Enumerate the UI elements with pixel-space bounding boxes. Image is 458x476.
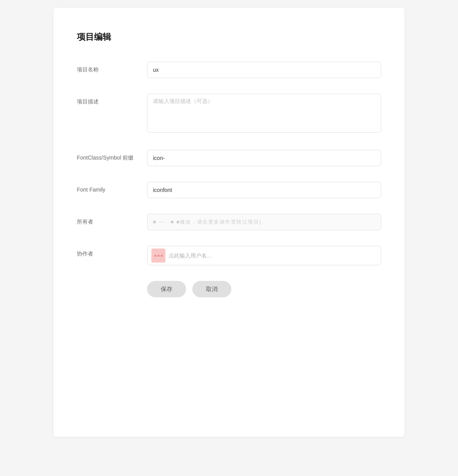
avatar-dot-1 <box>154 255 156 257</box>
input-wrap-project-description <box>147 94 381 134</box>
avatar-inner <box>151 249 165 263</box>
project-description-textarea[interactable] <box>147 94 381 133</box>
label-collaborator: 协作者 <box>77 246 147 258</box>
font-class-prefix-input[interactable] <box>147 150 381 166</box>
avatar-dot-2 <box>158 255 160 257</box>
label-owner: 所有者 <box>77 214 147 226</box>
page-container: 项目编辑 项目名称 项目描述 FontClass/Symbol 前缀 Font … <box>53 8 405 437</box>
owner-hint-text: ■ ─·· ·■ ■修改，请在更多操作里转让项目) <box>153 218 261 226</box>
form-row-font-class-prefix: FontClass/Symbol 前缀 <box>77 150 381 166</box>
input-wrap-font-family <box>147 182 381 198</box>
form-row-font-family: Font Family <box>77 182 381 198</box>
form-row-project-description: 项目描述 <box>77 94 381 134</box>
input-wrap-owner: ■ ─·· ·■ ■修改，请在更多操作里转让项目) <box>147 214 381 230</box>
font-family-input[interactable] <box>147 182 381 198</box>
project-name-input[interactable] <box>147 62 381 78</box>
input-wrap-font-class-prefix <box>147 150 381 166</box>
label-project-description: 项目描述 <box>77 94 147 106</box>
cancel-button[interactable]: 取消 <box>192 281 231 297</box>
input-wrap-collaborator <box>147 246 381 265</box>
label-font-class-prefix: FontClass/Symbol 前缀 <box>77 150 147 162</box>
page-title: 项目编辑 <box>77 31 381 43</box>
save-button[interactable]: 保存 <box>147 281 186 297</box>
avatar-dots <box>154 255 163 257</box>
label-font-family: Font Family <box>77 182 147 194</box>
collaborator-field[interactable] <box>147 246 381 265</box>
avatar-dot-3 <box>161 255 163 257</box>
buttons-row: 保存 取消 <box>147 281 381 297</box>
input-wrap-project-name <box>147 62 381 78</box>
form-row-project-name: 项目名称 <box>77 62 381 78</box>
collaborator-input[interactable] <box>169 252 377 259</box>
form-row-owner: 所有者 ■ ─·· ·■ ■修改，请在更多操作里转让项目) <box>77 214 381 230</box>
owner-field: ■ ─·· ·■ ■修改，请在更多操作里转让项目) <box>147 214 381 230</box>
collaborator-avatar <box>151 249 165 263</box>
form-row-collaborator: 协作者 <box>77 246 381 265</box>
label-project-name: 项目名称 <box>77 62 147 74</box>
